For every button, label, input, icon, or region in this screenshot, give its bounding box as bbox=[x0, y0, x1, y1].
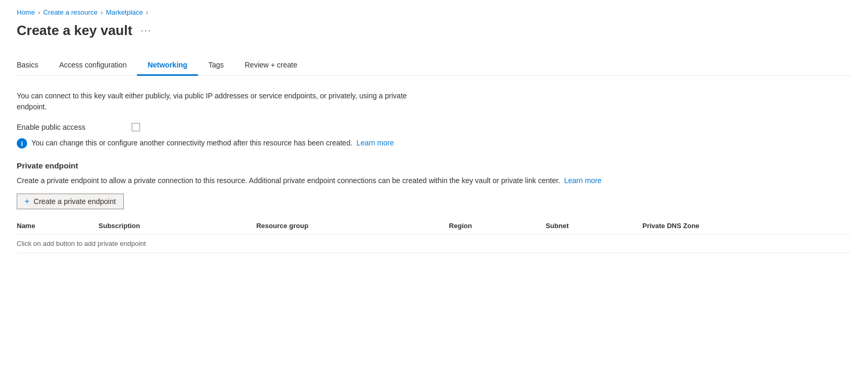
learn-more-link-1[interactable]: Learn more bbox=[356, 139, 394, 147]
enable-public-access-checkbox[interactable] bbox=[132, 123, 140, 131]
empty-message: Click on add button to add private endpo… bbox=[17, 234, 851, 253]
breadcrumb-home[interactable]: Home bbox=[17, 8, 35, 16]
col-subscription: Subscription bbox=[99, 218, 257, 234]
enable-public-access-label: Enable public access bbox=[17, 123, 111, 131]
breadcrumb-create-resource[interactable]: Create a resource bbox=[43, 8, 98, 16]
plus-icon: + bbox=[25, 197, 29, 206]
breadcrumb: Home › Create a resource › Marketplace › bbox=[17, 8, 851, 16]
ellipsis-button[interactable]: ··· bbox=[137, 24, 155, 37]
enable-public-access-row: Enable public access bbox=[17, 123, 851, 131]
networking-desc: You can connect to this key vault either… bbox=[17, 91, 409, 112]
page-title: Create a key vault bbox=[17, 22, 132, 39]
table-header-row: Name Subscription Resource group Region … bbox=[17, 218, 851, 234]
tab-networking[interactable]: Networking bbox=[137, 55, 198, 76]
breadcrumb-sep-1: › bbox=[38, 9, 40, 16]
col-private-dns-zone: Private DNS Zone bbox=[642, 218, 851, 234]
private-endpoint-title: Private endpoint bbox=[17, 161, 851, 170]
private-endpoint-desc: Create a private endpoint to allow a pri… bbox=[17, 175, 644, 186]
tab-review-create[interactable]: Review + create bbox=[234, 55, 308, 76]
tab-basics[interactable]: Basics bbox=[17, 55, 49, 76]
learn-more-link-2[interactable]: Learn more bbox=[564, 176, 602, 185]
tab-access-configuration[interactable]: Access configuration bbox=[49, 55, 137, 76]
breadcrumb-sep-3: › bbox=[146, 9, 148, 16]
info-text: You can change this or configure another… bbox=[31, 138, 394, 149]
info-icon: i bbox=[17, 138, 27, 149]
breadcrumb-sep-2: › bbox=[101, 9, 103, 16]
tab-tags[interactable]: Tags bbox=[198, 55, 235, 76]
create-private-endpoint-button[interactable]: + Create a private endpoint bbox=[17, 194, 124, 209]
private-endpoint-table: Name Subscription Resource group Region … bbox=[17, 218, 851, 253]
breadcrumb-marketplace[interactable]: Marketplace bbox=[106, 8, 143, 16]
tabs: Basics Access configuration Networking T… bbox=[17, 55, 851, 76]
col-resource-group: Resource group bbox=[256, 218, 449, 234]
col-region: Region bbox=[449, 218, 546, 234]
col-subnet: Subnet bbox=[546, 218, 642, 234]
create-private-endpoint-label: Create a private endpoint bbox=[33, 197, 115, 206]
info-row: i You can change this or configure anoth… bbox=[17, 138, 851, 149]
col-name: Name bbox=[17, 218, 99, 234]
table-empty-row: Click on add button to add private endpo… bbox=[17, 234, 851, 253]
